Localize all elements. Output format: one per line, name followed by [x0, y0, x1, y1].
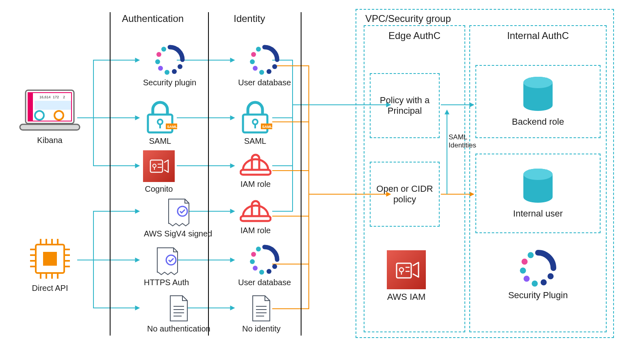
identity-iam2-label: IAM role [241, 226, 271, 235]
internal-user-label: Internal user [513, 208, 563, 219]
laptop-icon: 16,614 172 2 [18, 89, 81, 133]
chip-icon [28, 236, 72, 281]
edge-policy-principal-label: Policy with a Principal [375, 95, 435, 116]
svg-point-89 [532, 281, 538, 287]
svg-point-53 [267, 69, 271, 74]
auth-cognito-label: Cognito [145, 184, 173, 194]
divider [110, 12, 111, 336]
identity-iam1: IAM role [240, 154, 271, 189]
document-icon [168, 295, 190, 322]
column-auth-title: Authentication [122, 13, 184, 24]
edge-policy-principal: Policy with a Principal [370, 73, 440, 138]
svg-point-87 [548, 273, 554, 280]
auth-none: No authentication [147, 295, 210, 334]
opensearch-ring-icon [249, 44, 280, 76]
svg-point-29 [172, 69, 177, 74]
internal-title: Internal AuthC [470, 30, 606, 41]
edge-cidr: Open or CIDR policy [370, 162, 440, 227]
auth-cognito: Cognito [143, 150, 175, 194]
svg-point-69 [253, 266, 258, 271]
svg-point-92 [522, 259, 528, 265]
svg-point-30 [165, 70, 169, 75]
svg-point-70 [250, 259, 255, 264]
opensearch-ring-icon [518, 249, 557, 288]
svg-point-93 [528, 252, 534, 258]
svg-point-84 [523, 77, 553, 88]
vpc-title: VPC/Security group [365, 13, 451, 24]
svg-point-55 [253, 66, 258, 71]
svg-point-67 [267, 269, 271, 274]
svg-text:SAML: SAML [167, 125, 177, 129]
saml-lock-icon: SAML [143, 99, 177, 134]
cognito-icon [143, 150, 175, 182]
svg-point-66 [272, 264, 277, 269]
svg-rect-65 [241, 216, 271, 221]
internal-internal-user: Internal user [475, 154, 601, 233]
svg-text:2: 2 [63, 95, 65, 99]
edge-title: Edge AuthC [364, 30, 464, 41]
document-icon [250, 295, 272, 322]
svg-rect-64 [241, 170, 271, 175]
svg-point-86 [523, 169, 553, 180]
auth-security-plugin: Security plugin [143, 44, 196, 87]
diagram-canvas: Authentication Identity VPC/Security gro… [0, 0, 642, 364]
cert-icon [153, 247, 180, 275]
edge-iam: AWS IAM [387, 250, 426, 302]
svg-point-71 [251, 252, 256, 257]
internal-backend-role: Backend role [475, 65, 601, 138]
auth-saml: SAML SAML [143, 99, 177, 146]
svg-point-8 [35, 111, 44, 120]
column-identity-title: Identity [234, 13, 265, 24]
db-icon [521, 76, 555, 113]
kibana-label: Kibana [37, 136, 62, 145]
svg-point-68 [259, 270, 264, 275]
auth-https-label: HTTPS Auth [144, 278, 189, 287]
divider [208, 12, 209, 336]
identity-userdb2-label: User database [238, 278, 291, 287]
db-icon [521, 168, 555, 205]
svg-point-57 [251, 52, 256, 57]
saml-identities-label: SAML Identities [449, 133, 477, 150]
svg-point-34 [161, 47, 166, 52]
svg-point-72 [256, 247, 261, 251]
kibana-source: 16,614 172 2 Kibana [18, 89, 81, 145]
auth-sigv4: AWS SigV4 signed [144, 198, 212, 238]
divider [301, 12, 301, 336]
svg-text:SAML: SAML [262, 125, 272, 129]
svg-point-32 [155, 59, 160, 64]
cert-icon [165, 198, 191, 227]
svg-point-9 [54, 111, 63, 120]
auth-saml-label: SAML [149, 136, 171, 146]
auth-secplugin-label: Security plugin [143, 78, 196, 87]
identity-userdb2: User database [238, 244, 291, 287]
svg-rect-11 [43, 252, 57, 266]
identity-userdb1-label: User database [238, 78, 291, 87]
svg-point-58 [256, 47, 261, 52]
opensearch-ring-icon [249, 244, 280, 275]
svg-point-88 [541, 280, 547, 286]
identity-none: No identity [242, 295, 281, 334]
svg-point-33 [156, 52, 161, 57]
identity-iam2: IAM role [240, 200, 271, 235]
identity-iam1-label: IAM role [241, 180, 271, 189]
svg-point-56 [250, 59, 255, 64]
hardhat-icon [240, 200, 271, 223]
backend-role-label: Backend role [512, 117, 564, 127]
auth-none-label: No authentication [147, 324, 210, 334]
auth-sigv4-label: AWS SigV4 signed [144, 229, 212, 238]
saml-lock-icon: SAML [238, 99, 272, 134]
direct-api-source: Direct API [28, 236, 72, 293]
edge-cidr-label: Open or CIDR policy [375, 184, 435, 205]
svg-text:172: 172 [53, 95, 59, 99]
svg-point-90 [524, 276, 530, 282]
identity-none-label: No identity [242, 324, 281, 334]
opensearch-ring-icon [154, 44, 186, 76]
svg-point-91 [520, 268, 526, 274]
hardhat-icon [240, 154, 271, 177]
svg-rect-2 [28, 93, 33, 121]
svg-rect-7 [35, 101, 71, 110]
svg-text:16,614: 16,614 [39, 95, 51, 99]
svg-point-54 [259, 70, 264, 75]
internal-security-plugin: Security Plugin [475, 249, 601, 301]
internal-secplugin-label: Security Plugin [508, 290, 568, 301]
